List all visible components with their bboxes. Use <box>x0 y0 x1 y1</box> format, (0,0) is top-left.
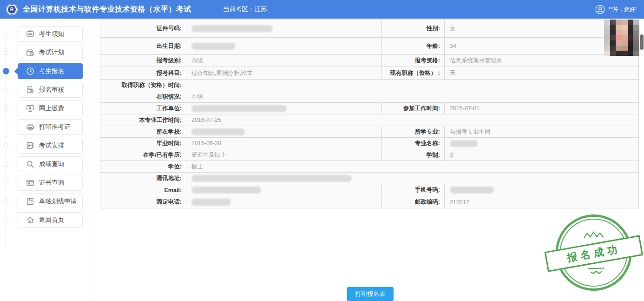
sidebar-item-separate-passline-application[interactable]: A±单独划线申请 <box>18 194 83 209</box>
sidebar-row: 考试计划 <box>0 45 93 60</box>
sidebar-item-label: 考试安排 <box>39 141 64 150</box>
field-value: 硕士 <box>186 161 638 172</box>
form-row: 出生日期:年龄:34 <box>100 38 638 55</box>
sidebar-item-candidate-registration[interactable]: 考生报名 <box>18 63 83 79</box>
field-label: 报考级别: <box>100 55 186 67</box>
sidebar-item-label: 考生须知 <box>39 30 64 38</box>
timeline-dot <box>4 162 8 167</box>
exam-logo-icon: R <box>6 3 18 16</box>
magnifier-icon <box>26 160 35 169</box>
field-label: 本专业工作时间: <box>100 114 186 126</box>
field-label: 年龄: <box>382 38 445 54</box>
timeline-dot <box>4 87 8 92</box>
field-label: 手机号码: <box>382 184 445 196</box>
form-row: 证件号码:性别:女 <box>100 20 638 38</box>
field-label: Email: <box>100 184 186 196</box>
timeline-dot <box>4 218 8 222</box>
document-audit-icon <box>26 85 35 94</box>
sidebar-item-return-home[interactable]: 返回首页 <box>18 212 83 228</box>
sidebar-item-candidate-notice[interactable]: 考生须知 <box>18 26 83 42</box>
field-value: 信息系统项目管理师 <box>445 55 638 67</box>
form-row: 取得职称（资格）时间: <box>100 80 638 91</box>
field-label: 毕业时间: <box>100 138 186 149</box>
sidebar-item-label: 网上缴费 <box>39 104 64 113</box>
certificate-icon <box>26 178 35 187</box>
sidebar-item-registration-review[interactable]: 报名审核 <box>18 82 83 98</box>
sidebar-row: 考生须知 <box>0 26 93 42</box>
stamp-squiggle-decoration <box>586 266 607 275</box>
sidebar-item-exam-arrangement[interactable]: 考试安排 <box>18 138 83 154</box>
application-form-icon: A± <box>26 197 35 206</box>
field-label: 取得职称（资格）时间: <box>100 80 186 91</box>
form-row: 报考级别:高级报考资格:信息系统项目管理师 <box>100 55 638 67</box>
field-label: 在职情况: <box>100 91 186 102</box>
field-value: 2015-07-01 <box>445 103 638 114</box>
document-pen-icon <box>26 141 35 150</box>
field-label: 参加工作时间: <box>382 103 445 114</box>
field-label: 所学专业: <box>382 126 445 137</box>
redacted-value <box>191 128 245 135</box>
field-label: 学制: <box>382 149 445 161</box>
timeline-dot <box>4 50 8 55</box>
sidebar-item-online-payment[interactable]: 网上缴费 <box>18 100 83 116</box>
redacted-value <box>450 187 494 194</box>
timeline-dot <box>4 199 8 204</box>
field-value: 3 <box>445 149 638 161</box>
sidebar-item-label: 考试计划 <box>39 48 64 57</box>
redacted-value <box>191 199 231 206</box>
field-label: 工作单位: <box>100 103 186 114</box>
sidebar-item-score-query[interactable]: 成绩查询 <box>18 156 83 172</box>
print-registration-form-button[interactable]: 打印报名表 <box>347 287 394 301</box>
clock-icon <box>26 67 35 76</box>
field-label: 学位: <box>100 161 186 172</box>
field-value: 210012 <box>445 196 638 208</box>
app-header: R 全国计算机技术与软件专业技术资格（水平）考试 当前考区：江苏 **芹，您好! <box>0 0 644 19</box>
timeline-dot <box>4 181 8 185</box>
sidebar-item-label: 证书查询 <box>39 179 64 187</box>
field-value: 在职 <box>186 91 638 102</box>
field-value: 与报考专业不同 <box>445 126 638 137</box>
sidebar-row: 返回首页 <box>0 212 93 228</box>
form-row: 所在学校:所学专业:与报考专业不同 <box>100 126 638 138</box>
field-label: 报考资格: <box>382 55 445 67</box>
form-row: 学位:硕士 <box>100 161 638 173</box>
field-value <box>186 173 638 184</box>
field-value: 综合知识,案例分析,论文 <box>186 67 381 79</box>
redacted-value <box>191 187 261 194</box>
sidebar-item-label: 打印准考证 <box>39 123 71 131</box>
sidebar-row: 考生报名 <box>0 63 93 79</box>
sidebar-row: 网上缴费 <box>0 100 93 116</box>
redacted-value <box>450 140 478 147</box>
sidebar-item-label: 单独划线申请 <box>39 197 77 206</box>
field-label: 证件号码: <box>100 20 186 37</box>
notice-board-icon <box>26 29 35 39</box>
field-label: 固定电话: <box>100 196 186 208</box>
field-label: 报考科目: <box>100 67 186 79</box>
timeline-dot <box>4 32 8 36</box>
scrollbar-thumb[interactable] <box>640 34 644 50</box>
user-greeting: **芹，您好! <box>608 6 637 13</box>
sidebar-item-certificate-query[interactable]: 证书查询 <box>18 175 83 191</box>
redacted-value <box>191 43 236 50</box>
sidebar: 考生须知考试计划考生报名报名审核网上缴费打印准考证考试安排成绩查询证书查询A±单… <box>0 19 93 301</box>
field-value <box>445 184 638 196</box>
sidebar-item-exam-plan[interactable]: 考试计划 <box>18 45 83 60</box>
candidate-photo <box>604 20 639 56</box>
sidebar-item-print-admission-ticket[interactable]: 打印准考证 <box>18 119 83 135</box>
sidebar-item-label: 考生报名 <box>39 67 64 75</box>
sidebar-row: 报名审核 <box>0 82 93 98</box>
printer-icon <box>26 122 35 132</box>
sidebar-item-label: 返回首页 <box>39 216 64 224</box>
svg-text:R: R <box>10 7 14 12</box>
sidebar-item-label: 成绩查询 <box>39 160 64 168</box>
timeline-dot <box>4 125 8 129</box>
form-row: 本专业工作时间:2016-07-25 <box>100 114 638 126</box>
field-value: 高级 <box>186 55 381 67</box>
field-value <box>186 126 381 137</box>
sidebar-menu: 考生须知考试计划考生报名报名审核网上缴费打印准考证考试安排成绩查询证书查询A±单… <box>0 26 93 228</box>
user-menu[interactable]: **芹，您好! <box>595 4 637 15</box>
field-label: 性别: <box>382 20 445 37</box>
user-avatar-icon <box>595 4 605 15</box>
timeline-dot <box>4 106 8 111</box>
page-title: 全国计算机技术与软件专业技术资格（水平）考试 <box>23 5 191 14</box>
